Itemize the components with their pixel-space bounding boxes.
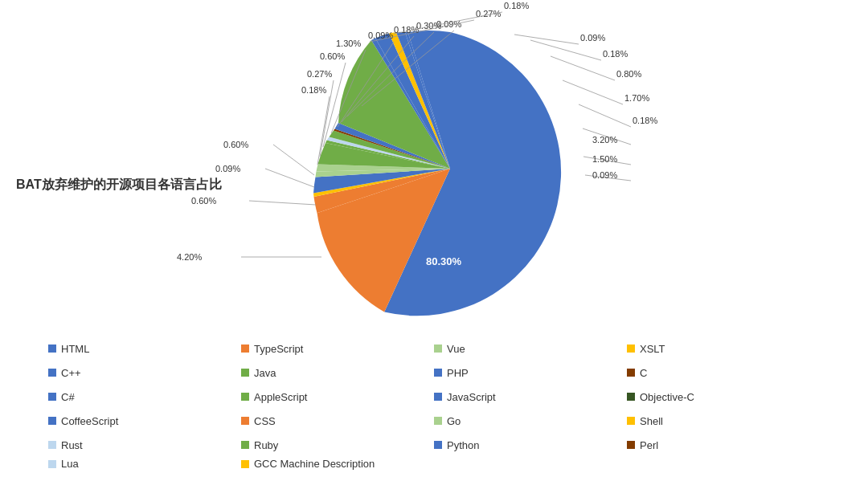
legend-color-gcc-machine-description: [241, 460, 249, 468]
legend-item-c: C: [627, 367, 820, 379]
chart-title: BAT放弃维护的开源项目各语言占比: [16, 177, 222, 194]
legend-label: XSLT: [640, 343, 665, 355]
svg-line-1: [249, 201, 316, 205]
legend-color-java: [241, 369, 249, 377]
label-0p27b: 0.27%: [476, 9, 501, 18]
label-0p09b: 0.09%: [368, 31, 393, 40]
legend-color-c: [627, 369, 635, 377]
legend-item-php: PHP: [434, 367, 627, 379]
label-0p18d: 0.18%: [603, 49, 628, 59]
legend-item-shell: Shell: [627, 415, 820, 427]
legend-label: Go: [447, 415, 461, 427]
legend-label: Objective-C: [640, 391, 694, 403]
legend-item-javascript: JavaScript: [434, 391, 627, 403]
legend-item-typescript: TypeScript: [241, 343, 434, 355]
legend-color-css: [241, 417, 249, 425]
legend-item-ruby: Ruby: [241, 439, 434, 451]
legend-item-html: HTML: [48, 343, 241, 355]
label-0p80: 0.80%: [616, 69, 641, 79]
legend-label: AppleScript: [254, 391, 307, 403]
legend-label: Vue: [447, 343, 465, 355]
svg-line-2: [265, 169, 314, 187]
label-0p27a: 0.27%: [307, 69, 332, 79]
legend-label: GCC Machine Description: [254, 458, 375, 470]
svg-line-15: [530, 40, 601, 60]
legend-color-html: [48, 344, 56, 353]
legend-color-javascript: [434, 393, 442, 401]
legend-item-python: Python: [434, 439, 627, 451]
svg-line-3: [273, 145, 314, 175]
legend-label: HTML: [61, 343, 89, 355]
legend-item-coffeescript: CoffeeScript: [48, 415, 241, 427]
legend-item-java: Java: [241, 367, 434, 379]
label-0p60a: 0.60%: [191, 196, 216, 206]
legend-color-typescript: [241, 344, 249, 353]
legend-label: C: [640, 367, 647, 379]
legend-label: C++: [61, 367, 81, 379]
legend-color-applescript: [241, 393, 249, 401]
legend-label: Ruby: [254, 439, 278, 451]
legend-item-rust: Rust: [48, 439, 241, 451]
legend-color-c#: [48, 393, 56, 401]
pie-chart-svg: 80.30% 4.20% 0.60% 0.09% 0.60% 0.18% 0.2…: [0, 0, 868, 337]
legend-label: Java: [254, 367, 276, 379]
legend-color-c++: [48, 369, 56, 377]
legend-label: CSS: [254, 415, 276, 427]
label-4p20: 4.20%: [177, 252, 202, 262]
svg-line-17: [563, 80, 623, 104]
label-1p30: 1.30%: [336, 39, 361, 48]
legend-color-shell: [627, 417, 635, 425]
svg-line-13: [394, 12, 502, 34]
legend-item-objective-c: Objective-C: [627, 391, 820, 403]
legend-color-go: [434, 417, 442, 425]
legend-item-c#: C#: [48, 391, 241, 403]
legend-color-ruby: [241, 441, 249, 449]
label-0p18a: 0.18%: [301, 85, 326, 95]
svg-line-16: [551, 56, 615, 80]
legend-color-xslt: [627, 344, 635, 353]
legend-item-xslt: XSLT: [627, 343, 820, 355]
label-0p18c: 0.18%: [504, 1, 529, 10]
legend-label: C#: [61, 391, 75, 403]
label-0p09d: 0.09%: [580, 33, 605, 43]
legend-color-lua: [48, 460, 56, 468]
label-0p18e: 0.18%: [633, 116, 657, 125]
label-1p70: 1.70%: [624, 93, 649, 103]
legend-label: Rust: [61, 439, 83, 451]
legend-label: Lua: [61, 458, 79, 470]
svg-line-18: [579, 104, 631, 127]
legend-item-go: Go: [434, 415, 627, 427]
svg-line-14: [514, 35, 579, 44]
legend-item-applescript: AppleScript: [241, 391, 434, 403]
legend-label: Python: [447, 439, 479, 451]
legend-item-gcc-machine-description: GCC Machine Description: [241, 458, 434, 470]
legend-item-lua: Lua: [48, 458, 241, 470]
legend-item-c++: C++: [48, 367, 241, 379]
label-3p20: 3.20%: [592, 135, 617, 145]
legend-label: Shell: [640, 415, 663, 427]
legend-label: CoffeeScript: [61, 415, 118, 427]
legend-item-perl: Perl: [627, 439, 820, 451]
legend-label: TypeScript: [254, 343, 303, 355]
legend-label: PHP: [447, 367, 469, 379]
center-label: 80.30%: [426, 255, 462, 267]
legend-color-python: [434, 441, 442, 449]
legend-color-coffeescript: [48, 417, 56, 425]
label-0p09a: 0.09%: [215, 164, 240, 173]
legend-color-php: [434, 369, 442, 377]
legend-item-vue: Vue: [434, 343, 627, 355]
legend-label: Perl: [640, 439, 658, 451]
legend-item-css: CSS: [241, 415, 434, 427]
legend-area: HTMLTypeScriptVueXSLTC++JavaPHPCC#AppleS…: [48, 337, 836, 470]
legend-color-objective-c: [627, 393, 635, 401]
chart-area: 80.30% 4.20% 0.60% 0.09% 0.60% 0.18% 0.2…: [0, 0, 868, 337]
label-0p09e: 0.09%: [592, 170, 617, 180]
legend-color-vue: [434, 344, 442, 353]
legend-color-rust: [48, 441, 56, 449]
label-1p50: 1.50%: [592, 154, 617, 164]
legend-color-perl: [627, 441, 635, 449]
label-0p60b: 0.60%: [223, 140, 248, 149]
label-0p60c: 0.60%: [320, 51, 345, 61]
legend-label: JavaScript: [447, 391, 496, 403]
